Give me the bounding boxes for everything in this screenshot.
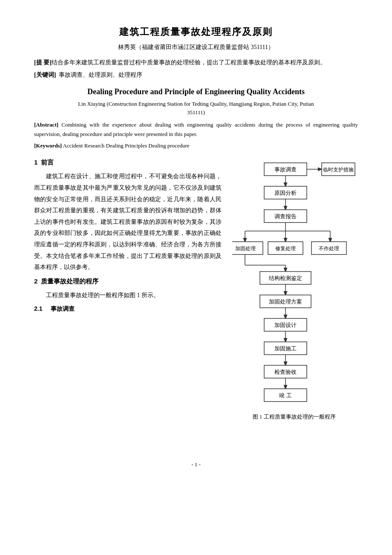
svg-text:临时支护措施: 临时支护措施	[323, 167, 354, 173]
right-column-flowchart: 事故调查 临时支护措施 原因分析 调查报告	[230, 159, 358, 448]
author-zh: 林秀英（福建省莆田市涵江区建设工程质量监督站 351111）	[34, 43, 358, 51]
two-column-layout: 1前言 建筑工程在设计、施工和使用过程中，不可避免会出现各种问题，而工程质量事故…	[34, 159, 358, 448]
title-zh: 建筑工程质量事故处理程序及原则	[34, 26, 358, 38]
svg-text:加固施工: 加固施工	[274, 345, 297, 352]
abstract-zh: [提 要]结合多年来建筑工程质量监督过程中质量事故的处理经验，提出了工程质量事故…	[34, 57, 358, 68]
svg-text:事故调查: 事故调查	[274, 166, 297, 173]
svg-text:调查报告: 调查报告	[274, 213, 297, 220]
svg-text:修复处理: 修复处理	[275, 246, 296, 251]
author-en-line1: Lin Xiuying (Construction Engineering St…	[34, 101, 358, 107]
svg-text:原因分析: 原因分析	[274, 190, 297, 196]
section21-title: 2.1 事故调查	[34, 305, 222, 313]
abstract-en: [Abstract] Combining with the experience…	[34, 120, 358, 139]
section2-body: 工程质量事故处理的一般程序如图 1 所示。	[34, 290, 222, 301]
abstract-text-en: Combining with the experience about deal…	[34, 121, 358, 137]
keywords-label-en: [Keywords]	[34, 142, 62, 149]
svg-text:加固处理: 加固处理	[235, 246, 256, 251]
abstract-text-zh: 结合多年来建筑工程质量监督过程中质量事故的处理经验，提出了工程质量事故处理的基本…	[52, 59, 326, 66]
left-column: 1前言 建筑工程在设计、施工和使用过程中，不可避免会出现各种问题，而工程质量事故…	[34, 159, 222, 448]
abstract-label-en: [Abstract]	[34, 121, 58, 128]
abstract-label-zh: [提 要]	[34, 59, 52, 66]
svg-text:竣  工: 竣 工	[279, 392, 291, 399]
author-en-line2: 351111)	[34, 109, 358, 116]
svg-text:不作处理: 不作处理	[319, 246, 339, 251]
keywords-text-en: Accident Research Dealing Principles Dea…	[63, 142, 190, 149]
page: 建筑工程质量事故处理程序及原则 林秀英（福建省莆田市涵江区建设工程质量监督站 3…	[0, 0, 392, 555]
keywords-label-zh: [关键词]	[34, 72, 56, 78]
svg-text:结构检测鉴定: 结构检测鉴定	[269, 275, 302, 281]
svg-text:加固设计: 加固设计	[274, 322, 297, 328]
section1-title: 1前言	[34, 159, 222, 167]
section2-title: 2质量事故处理的程序	[34, 278, 222, 286]
section1-body: 建筑工程在设计、施工和使用过程中，不可避免会出现各种问题，而工程质量事故是其中最…	[34, 171, 222, 273]
keywords-text-zh: 事故调查、处理原则、处理程序	[59, 72, 142, 78]
svg-text:检查验收: 检查验收	[274, 369, 297, 375]
keywords-en: [Keywords] Accident Research Dealing Pri…	[34, 142, 358, 149]
page-number: - 1 -	[34, 461, 358, 468]
keywords-zh: [关键词] 事故调查、处理原则、处理程序	[34, 71, 358, 79]
svg-text:加固处理方案: 加固处理方案	[269, 298, 302, 305]
svg-text:图 1 工程质量事故处理的一般程序: 图 1 工程质量事故处理的一般程序	[253, 413, 336, 420]
title-en: Dealing Procedure and Principle of Engin…	[34, 87, 358, 96]
flowchart-svg: 事故调查 临时支护措施 原因分析 调查报告	[232, 159, 356, 448]
